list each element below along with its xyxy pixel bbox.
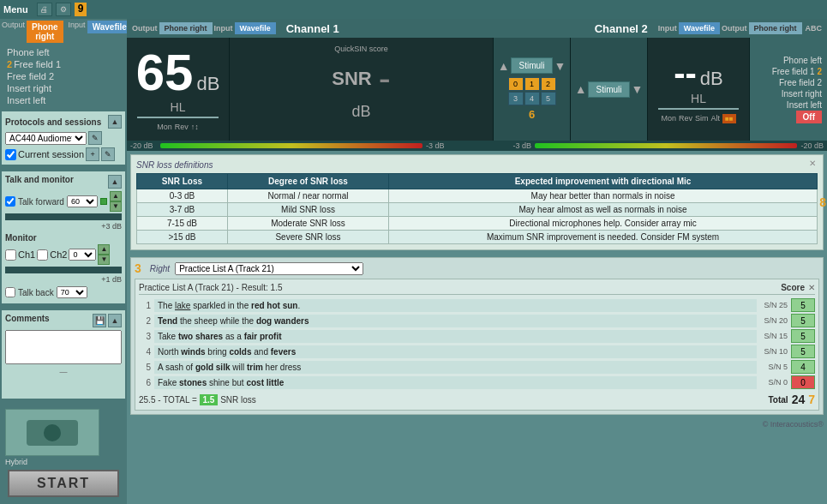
num-0[interactable]: 0 xyxy=(508,77,524,91)
comments-save-icon[interactable]: 💾 xyxy=(93,314,106,327)
ch1-input-label: Input xyxy=(214,24,233,33)
talk-forward-select[interactable]: 60 xyxy=(67,195,98,207)
ch1-stimuli-btn[interactable]: Stimuli xyxy=(511,57,552,74)
score-input-5[interactable] xyxy=(791,360,815,374)
monitor-down[interactable]: ▼ xyxy=(98,255,110,265)
ch2-option-phone-left[interactable]: Phone left xyxy=(783,55,822,66)
ch2-stimuli-btn[interactable]: Stimuli xyxy=(588,81,629,98)
monitor-up[interactable]: ▲ xyxy=(98,244,110,255)
ch1-title: Channel 1 xyxy=(286,22,339,35)
comments-icon[interactable]: ▲ xyxy=(108,314,122,327)
results-close[interactable]: ✕ xyxy=(808,283,815,292)
talk-forward-up[interactable]: ▲ xyxy=(110,191,122,201)
ch1-check[interactable] xyxy=(5,249,16,261)
ch2-db-dashes: -- xyxy=(674,56,697,90)
snr-row1-expected: May hear better than normals in noise xyxy=(389,189,818,203)
ch1-stim-down[interactable]: ▼ xyxy=(554,59,566,73)
ch2-mon: Mon xyxy=(661,114,676,123)
left-panel: Output Phone right Input Wavefile Phone … xyxy=(0,19,127,504)
score-input-6[interactable] xyxy=(791,375,815,389)
ch2-orange-btn[interactable]: ■■ xyxy=(722,114,736,123)
print-icon[interactable]: 🖨 xyxy=(37,3,52,16)
protocols-title: Protocols and sessions xyxy=(5,117,101,127)
num-4[interactable]: 4 xyxy=(524,92,540,105)
monitor-val-select[interactable]: 0 xyxy=(69,249,96,261)
score-input-2[interactable] xyxy=(791,314,815,327)
total-row: 25.5 - TOTAL = 1.5 SNR loss Total 24 7 xyxy=(139,393,815,406)
ch1-wavefile-tab[interactable]: Wavefile xyxy=(235,22,276,34)
snr-col-degree: Degree of SNR loss xyxy=(227,174,388,189)
ch1-phone-tab[interactable]: Phone right xyxy=(159,22,213,34)
ch1-stim-up[interactable]: ▲ xyxy=(498,59,510,73)
ch2-phone-tab[interactable]: Phone right xyxy=(749,22,802,34)
ch2-stim-up[interactable]: ▲ xyxy=(575,82,587,96)
snr-table-close[interactable]: ✕ xyxy=(809,159,816,168)
num-2[interactable]: 2 xyxy=(541,77,556,91)
ch2-off-btn[interactable]: Off xyxy=(796,111,822,123)
num-5[interactable]: 5 xyxy=(541,92,556,105)
ch2-option-insert-right[interactable]: Insert right xyxy=(782,88,822,99)
session-checkbox[interactable] xyxy=(5,149,16,160)
num-3[interactable]: 3 xyxy=(508,92,524,105)
snr-row2-degree: Mild SNR loss xyxy=(227,203,388,217)
monitor-row: Ch1 Ch2 0 ▲ ▼ xyxy=(5,244,122,265)
ch1-level-bar xyxy=(160,143,422,148)
protocols-select[interactable]: AC440 Audiometry xyxy=(5,132,87,145)
score-input-1[interactable] xyxy=(791,298,815,312)
ch1-snr-display: QuickSIN score SNR - dB xyxy=(230,38,493,141)
total-right: Total 24 7 xyxy=(768,393,815,406)
snr-row1-degree: Normal / near normal xyxy=(227,189,388,203)
score-input-4[interactable] xyxy=(791,345,815,358)
level-bar-row: -20 dB -3 dB -3 dB -20 dB xyxy=(127,141,827,151)
phone-right-tab[interactable]: Phone right xyxy=(27,21,63,43)
num-1[interactable]: 1 xyxy=(524,77,540,91)
session-icon[interactable]: + xyxy=(86,147,99,161)
ch2-stim-down[interactable]: ▼ xyxy=(632,82,644,96)
menu-label[interactable]: Menu xyxy=(3,4,28,15)
hybrid-device xyxy=(5,409,99,456)
snr-row2-loss: 3-7 dB xyxy=(137,203,228,217)
talkback-check[interactable] xyxy=(5,287,15,297)
ch1-stim-icons: ↑↕ xyxy=(191,123,199,131)
option-free-field-1[interactable]: 2Free field 1 xyxy=(7,58,120,70)
ch2-sim: Sim xyxy=(695,114,709,123)
option-insert-right[interactable]: Insert right xyxy=(7,82,120,94)
sentence-row-5: 5 A sash of gold silk will trim her dres… xyxy=(139,360,815,374)
talk-forward-down[interactable]: ▼ xyxy=(110,201,122,212)
option-phone-left[interactable]: Phone left xyxy=(7,46,120,58)
ch2-wavefile-tab[interactable]: Wavefile xyxy=(679,22,720,34)
sentence-num-1: 1 xyxy=(139,301,151,310)
talk-monitor-icon[interactable]: ▲ xyxy=(108,175,122,189)
talkback-select[interactable]: 70 xyxy=(57,286,87,298)
ch2-option-insert-left[interactable]: Insert left xyxy=(787,99,822,111)
ch1-right-controls: ▲ Stimuli ▼ 0 1 2 3 4 5 6 xyxy=(493,38,570,141)
ch2-output-label: Output xyxy=(722,24,747,33)
main-content: Output Phone right Input Wavefile Channe… xyxy=(127,19,827,504)
talk-forward-label: Talk forward xyxy=(18,197,64,207)
ch2-option-free2[interactable]: Free field 2 xyxy=(779,77,822,88)
comments-textarea[interactable] xyxy=(5,330,122,364)
ch2-check[interactable] xyxy=(37,249,48,261)
settings-icon[interactable]: ⚙ xyxy=(56,3,71,16)
ch2-title: Channel 2 xyxy=(595,22,648,35)
total-formula: 25.5 - TOTAL = 1.5 SNR loss xyxy=(139,395,256,405)
channel-header-row: Output Phone right Input Wavefile Channe… xyxy=(127,19,827,38)
option-free-field-2[interactable]: Free field 2 xyxy=(7,70,120,82)
talk-forward-check[interactable] xyxy=(5,196,15,207)
track-select[interactable]: Practice List A (Track 21) xyxy=(175,262,363,275)
ch2-option-free1[interactable]: Free field 1 2 xyxy=(772,66,822,77)
protocols-icon[interactable]: ▲ xyxy=(108,115,122,129)
score-input-3[interactable] xyxy=(791,329,815,343)
ch2-left-controls: ▲ Stimuli ▼ xyxy=(570,38,647,141)
sentence-text-4: North winds bring colds and fevers xyxy=(154,345,757,358)
snr-row4-expected: Maximum SNR improvement is needed. Consi… xyxy=(389,231,818,244)
ch2-hl-bar xyxy=(658,108,739,110)
snr-row1-loss: 0-3 dB xyxy=(137,189,228,203)
option-insert-left[interactable]: Insert left xyxy=(7,94,120,106)
wavefile-tab[interactable]: Wavefile xyxy=(87,21,132,33)
start-button[interactable]: START xyxy=(8,470,119,497)
output-label-left: Output xyxy=(2,21,25,29)
session-icon2[interactable]: ✎ xyxy=(101,147,115,161)
protocols-edit-icon[interactable]: ✎ xyxy=(88,131,102,145)
session-label: Current session xyxy=(18,149,84,159)
